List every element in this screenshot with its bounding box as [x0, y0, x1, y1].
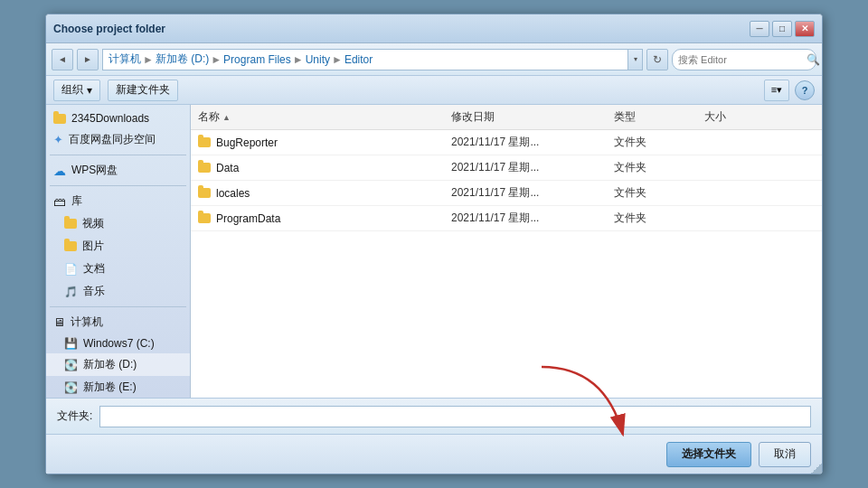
resize-handle[interactable] [811, 463, 822, 474]
sidebar-item-label: 新加卷 (D:) [83, 357, 137, 372]
sidebar-item-videos[interactable]: 视频 [46, 212, 190, 235]
sidebar-divider-1 [50, 155, 186, 155]
library-icon: 🗃 [53, 194, 66, 209]
breadcrumb-bar[interactable]: 计算机 ► 新加卷 (D:) ► Program Files ► Unity ►… [102, 49, 628, 70]
column-name[interactable]: 名称 ▲ [198, 109, 451, 125]
sidebar-item-computer[interactable]: 🖥 计算机 [46, 311, 190, 333]
table-row[interactable]: locales 2021/11/17 星期... 文件夹 [191, 181, 822, 206]
back-button[interactable]: ◄ [52, 49, 73, 70]
folder-icon [64, 219, 77, 229]
music-icon: 🎵 [64, 286, 78, 298]
search-icon[interactable]: 🔍 [807, 53, 820, 66]
file-type-cell: 文件夹 [614, 211, 704, 226]
file-name-cell: locales [198, 187, 451, 200]
sidebar-item-label: 百度网盘同步空间 [69, 132, 156, 147]
file-type-cell: 文件夹 [614, 185, 704, 201]
action-bar: 选择文件夹 取消 [46, 434, 822, 474]
sidebar-divider-2 [50, 185, 186, 186]
sidebar-item-wpsdisk[interactable]: ☁ WPS网盘 [46, 159, 190, 182]
sidebar-item-label: Windows7 (C:) [83, 337, 155, 350]
close-button[interactable]: ✕ [795, 21, 815, 37]
sidebar: 2345Downloads ✦ 百度网盘同步空间 ☁ WPS网盘 🗃 库 视频 [46, 105, 191, 398]
sidebar-item-drivee[interactable]: 💽 新加卷 (E:) [46, 376, 190, 398]
table-row[interactable]: BugReporter 2021/11/17 星期... 文件夹 [191, 130, 822, 155]
file-date-cell: 2021/11/17 星期... [451, 160, 614, 175]
sidebar-item-label: 视频 [82, 216, 104, 231]
breadcrumb-unity[interactable]: Unity [306, 53, 330, 66]
title-bar: Choose project folder ─ □ ✕ [46, 14, 822, 43]
forward-button[interactable]: ► [77, 49, 99, 70]
folder-icon [198, 213, 211, 223]
file-date-cell: 2021/11/17 星期... [451, 211, 614, 226]
wps-cloud-icon: ☁ [53, 164, 66, 178]
file-date-cell: 2021/11/17 星期... [451, 135, 614, 150]
breadcrumb-d[interactable]: 新加卷 (D:) [156, 52, 209, 67]
sidebar-item-drived[interactable]: 💽 新加卷 (D:) [46, 353, 190, 376]
dialog-title: Choose project folder [53, 23, 165, 35]
address-bar: ◄ ► 计算机 ► 新加卷 (D:) ► Program Files ► Uni… [46, 43, 822, 76]
folder-icon [198, 163, 211, 173]
sidebar-item-label: 图片 [82, 239, 104, 254]
maximize-button[interactable]: □ [772, 21, 792, 37]
drive-e-icon: 💽 [64, 381, 78, 394]
refresh-button[interactable]: ↻ [646, 49, 668, 70]
column-size[interactable]: 大小 [704, 109, 777, 125]
select-folder-button[interactable]: 选择文件夹 [666, 442, 751, 467]
sidebar-item-label: 2345Downloads [71, 112, 149, 125]
sort-arrow-name: ▲ [222, 113, 231, 122]
file-name-cell: Data [198, 162, 451, 174]
sidebar-item-label: 文档 [83, 261, 105, 277]
breadcrumb-dropdown-button[interactable]: ▾ [628, 49, 643, 70]
folder-icon [64, 241, 77, 251]
cloud-sync-icon: ✦ [53, 133, 63, 146]
sidebar-item-label: 库 [71, 193, 82, 209]
computer-icon: 🖥 [53, 315, 65, 329]
sidebar-item-label: 新加卷 (E:) [83, 380, 137, 395]
new-folder-button[interactable]: 新建文件夹 [108, 80, 178, 101]
sidebar-item-label: 计算机 [71, 314, 103, 330]
help-button[interactable]: ? [795, 80, 815, 100]
search-input[interactable] [678, 54, 803, 65]
sidebar-item-music[interactable]: 🎵 音乐 [46, 280, 190, 303]
document-icon: 📄 [64, 263, 78, 276]
file-name-cell: BugReporter [198, 136, 451, 149]
column-type[interactable]: 类型 [614, 109, 704, 125]
sidebar-item-baidudisk[interactable]: ✦ 百度网盘同步空间 [46, 128, 190, 151]
sidebar-item-pictures[interactable]: 图片 [46, 235, 190, 258]
cancel-button[interactable]: 取消 [759, 442, 811, 467]
search-bar: 🔍 [672, 49, 816, 70]
column-date[interactable]: 修改日期 [451, 109, 614, 125]
view-toggle-button[interactable]: ≡▾ [764, 80, 789, 101]
breadcrumb-programfiles[interactable]: Program Files [223, 53, 291, 66]
breadcrumb-editor[interactable]: Editor [344, 53, 373, 66]
sidebar-item-label: WPS网盘 [71, 163, 118, 178]
folder-path-input[interactable] [99, 406, 811, 427]
file-list: 名称 ▲ 修改日期 类型 大小 BugReporter [191, 105, 822, 398]
toolbar: 组织 ▾ 新建文件夹 ≡▾ ? [46, 76, 822, 105]
file-type-cell: 文件夹 [614, 135, 704, 150]
sidebar-item-2345downloads[interactable]: 2345Downloads [46, 108, 190, 128]
file-name-cell: ProgramData [198, 212, 451, 225]
sidebar-item-label: 音乐 [83, 284, 105, 299]
table-row[interactable]: Data 2021/11/17 星期... 文件夹 [191, 155, 822, 181]
sidebar-item-documents[interactable]: 📄 文档 [46, 258, 190, 280]
drive-d-icon: 💽 [64, 359, 78, 371]
file-date-cell: 2021/11/17 星期... [451, 185, 614, 201]
sidebar-item-library[interactable]: 🗃 库 [46, 190, 190, 212]
minimize-button[interactable]: ─ [750, 21, 769, 37]
organize-button[interactable]: 组织 ▾ [53, 80, 100, 101]
folder-icon [53, 114, 66, 124]
folder-path-bar: 文件夹: [46, 398, 822, 434]
folder-icon [198, 137, 211, 147]
folder-icon [198, 188, 211, 198]
sidebar-item-windows7c[interactable]: 💾 Windows7 (C:) [46, 333, 190, 353]
breadcrumb-computer[interactable]: 计算机 [108, 52, 141, 67]
drive-c-icon: 💾 [64, 337, 78, 350]
dialog-window: Choose project folder ─ □ ✕ ◄ ► 计算机 ► 新加… [45, 14, 823, 474]
folder-label: 文件夹: [57, 408, 92, 424]
sidebar-divider-3 [50, 306, 186, 307]
table-row[interactable]: ProgramData 2021/11/17 星期... 文件夹 [191, 206, 822, 231]
file-list-header: 名称 ▲ 修改日期 类型 大小 [191, 105, 822, 130]
window-controls: ─ □ ✕ [750, 21, 815, 37]
file-type-cell: 文件夹 [614, 160, 704, 175]
